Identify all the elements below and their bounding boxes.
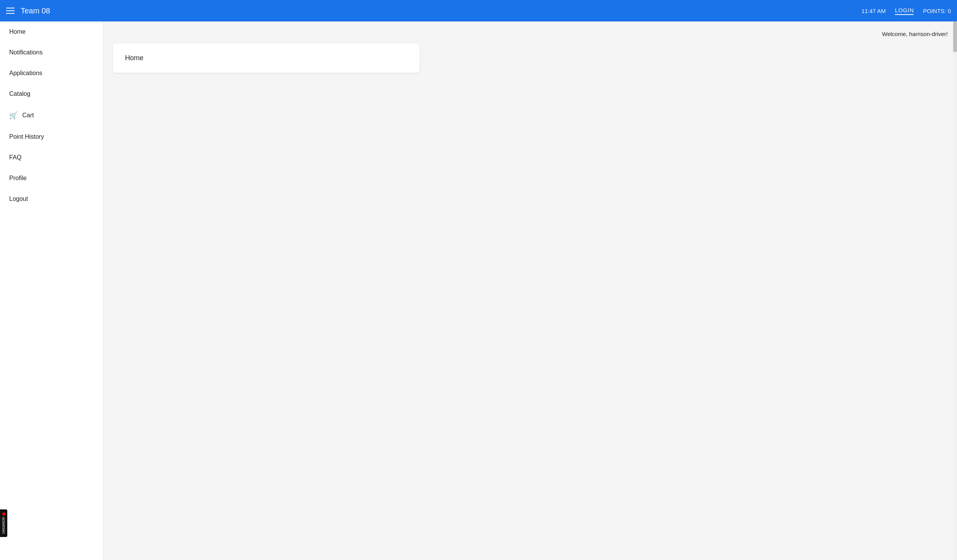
sidebar-item-applications[interactable]: Applications	[0, 63, 103, 84]
sidebar-label-applications: Applications	[9, 70, 42, 77]
login-button[interactable]: LOGIN	[895, 7, 914, 15]
sidebar-item-cart[interactable]: 🛒 Cart	[0, 104, 103, 126]
sidebar: Home Notifications Applications Catalog …	[0, 21, 104, 560]
home-card-title: Home	[125, 54, 143, 62]
home-card: Home	[113, 43, 420, 73]
cart-icon: 🛒	[9, 111, 18, 120]
sidebar-label-faq: FAQ	[9, 154, 21, 161]
sidebar-item-catalog[interactable]: Catalog	[0, 84, 103, 104]
layout: Home Notifications Applications Catalog …	[0, 21, 957, 560]
scrollbar-track[interactable]	[953, 21, 957, 560]
current-time: 11:47 AM	[861, 8, 886, 14]
sidebar-item-point-history[interactable]: Point History	[0, 126, 103, 147]
app-title: Team 08	[21, 7, 861, 15]
menu-icon[interactable]	[6, 8, 15, 14]
scrollbar-thumb[interactable]	[953, 21, 957, 52]
sidebar-item-faq[interactable]: FAQ	[0, 147, 103, 168]
screenrec-label: screenrec	[2, 517, 6, 534]
sidebar-item-logout[interactable]: Logout	[0, 189, 103, 209]
points-display: POINTS: 0	[923, 8, 951, 14]
sidebar-label-catalog: Catalog	[9, 90, 30, 97]
sidebar-item-home[interactable]: Home	[0, 21, 103, 42]
sidebar-label-home: Home	[9, 28, 26, 35]
sidebar-label-logout: Logout	[9, 195, 28, 202]
sidebar-item-notifications[interactable]: Notifications	[0, 42, 103, 63]
main-content: Welcome, harrison-driver! Home	[104, 21, 957, 560]
sidebar-label-point-history: Point History	[9, 133, 44, 140]
sidebar-label-cart: Cart	[22, 112, 34, 119]
sidebar-label-profile: Profile	[9, 175, 26, 182]
sidebar-item-profile[interactable]: Profile	[0, 168, 103, 189]
topbar-right: 11:47 AM LOGIN POINTS: 0	[861, 7, 951, 15]
screenrec-dot	[2, 512, 5, 516]
welcome-message: Welcome, harrison-driver!	[113, 31, 948, 37]
topbar: Team 08 11:47 AM LOGIN POINTS: 0	[0, 0, 957, 21]
screenrec-badge: screenrec	[0, 509, 7, 537]
sidebar-label-notifications: Notifications	[9, 49, 43, 56]
